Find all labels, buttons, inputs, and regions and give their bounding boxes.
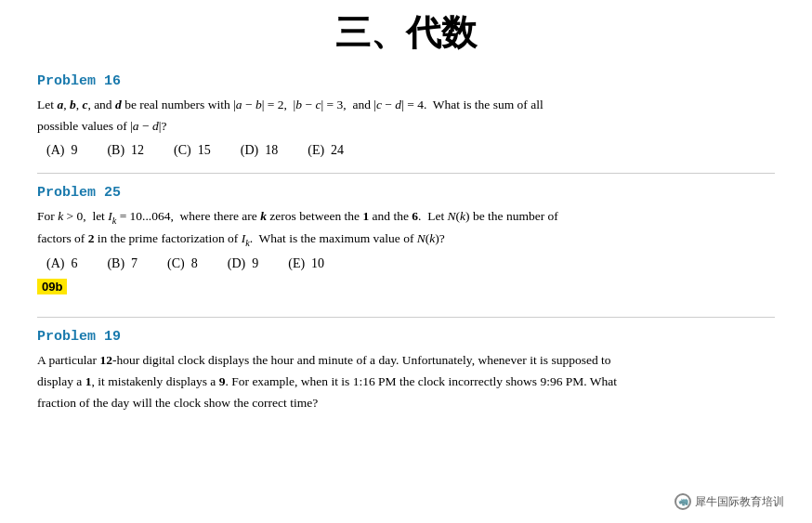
choice-16-a: (A) 9 bbox=[46, 143, 77, 158]
watermark-icon: 🦏 bbox=[674, 493, 691, 510]
watermark-text: 犀牛国际教育培训 bbox=[695, 494, 784, 510]
problem-16-block: Problem 16 Let a, b, c, and d be real nu… bbox=[37, 73, 775, 158]
var-c: c bbox=[82, 98, 87, 111]
problem-25-choices: (A) 6 (B) 7 (C) 8 (D) 9 (E) 10 bbox=[46, 256, 775, 271]
problem-25-block: Problem 25 For k > 0, let Ik = 10...064,… bbox=[37, 185, 775, 302]
problem-19-text: A particular 12-hour digital clock displ… bbox=[37, 350, 775, 414]
var-d: d bbox=[115, 98, 122, 111]
problem-25-text: For k > 0, let Ik = 10...064, where ther… bbox=[37, 206, 775, 251]
choice-25-a: (A) 6 bbox=[46, 256, 77, 271]
divider-2 bbox=[37, 317, 775, 318]
watermark: 🦏 犀牛国际教育培训 bbox=[674, 493, 784, 510]
page: 三、代数 Problem 16 Let a, b, c, and d be re… bbox=[0, 0, 812, 523]
problem-16-label: Problem 16 bbox=[37, 73, 775, 89]
choice-25-b: (B) 7 bbox=[107, 256, 138, 271]
problem-19-block: Problem 19 A particular 12-hour digital … bbox=[37, 329, 775, 414]
choice-16-d: (D) 18 bbox=[241, 143, 278, 158]
choice-25-d: (D) 9 bbox=[228, 256, 258, 271]
var-b: b bbox=[70, 98, 76, 111]
problem-16-text: Let a, b, c, and d be real numbers with … bbox=[37, 95, 775, 137]
choice-16-e: (E) 24 bbox=[308, 143, 344, 158]
divider-1 bbox=[37, 173, 775, 174]
problem-19-label: Problem 19 bbox=[37, 329, 775, 345]
choice-16-b: (B) 12 bbox=[107, 143, 144, 158]
choice-25-e: (E) 10 bbox=[288, 256, 324, 271]
main-title: 三、代数 bbox=[37, 9, 775, 57]
problem-16-choices: (A) 9 (B) 12 (C) 15 (D) 18 (E) 24 bbox=[46, 143, 775, 158]
choice-16-c: (C) 15 bbox=[174, 143, 211, 158]
choice-25-c: (C) 8 bbox=[167, 256, 198, 271]
var-a: a bbox=[57, 98, 63, 111]
problem-25-label: Problem 25 bbox=[37, 185, 775, 201]
badge-09b: 09b bbox=[37, 279, 67, 294]
